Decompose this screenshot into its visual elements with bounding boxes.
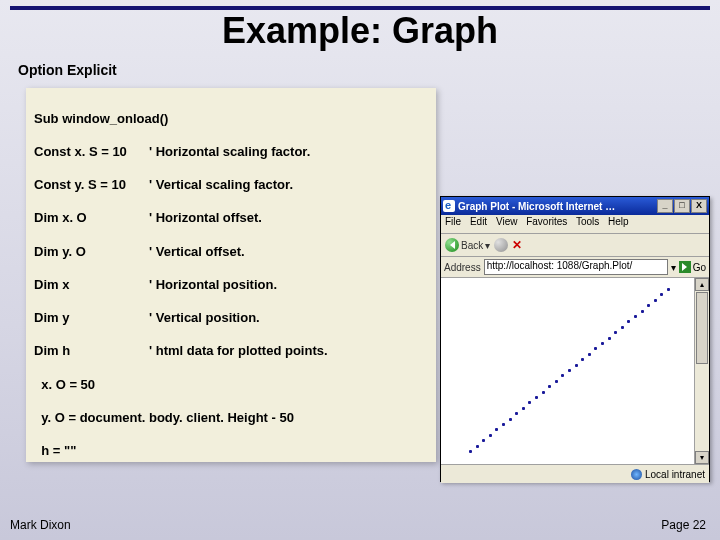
plot-dot	[535, 396, 538, 399]
footer-author: Mark Dixon	[10, 518, 71, 532]
menu-view[interactable]: View	[496, 216, 518, 227]
plot-dot	[660, 293, 663, 296]
plot-dot	[515, 412, 518, 415]
plot-dot	[568, 369, 571, 372]
plot-dot	[641, 310, 644, 313]
plot-dot	[502, 423, 505, 426]
code-line: h = ""	[34, 443, 428, 460]
status-text: Local intranet	[645, 469, 705, 480]
browser-title: Graph Plot - Microsoft Internet …	[458, 201, 615, 212]
code-line: x. O = 50	[34, 377, 428, 394]
plot-dot	[548, 385, 551, 388]
plot-dot	[528, 401, 531, 404]
plot-dot	[489, 434, 492, 437]
menu-help[interactable]: Help	[608, 216, 629, 227]
plot-dot	[555, 380, 558, 383]
browser-statusbar: Local intranet	[441, 465, 709, 483]
go-label: Go	[693, 262, 706, 273]
footer-page: Page 22	[661, 518, 706, 532]
scroll-down-button[interactable]: ▾	[695, 451, 709, 464]
code-line: Dim y. O' Vertical offset.	[34, 244, 428, 261]
plot-dot	[594, 347, 597, 350]
maximize-button[interactable]: □	[674, 199, 690, 213]
plot-dot	[581, 358, 584, 361]
window-controls: _ □ X	[657, 199, 707, 213]
plot-dot	[495, 428, 498, 431]
code-line: y. O = document. body. client. Height - …	[34, 410, 428, 427]
close-button[interactable]: X	[691, 199, 707, 213]
intranet-icon	[631, 469, 642, 480]
plot-dot	[634, 315, 637, 318]
vertical-scrollbar[interactable]: ▴ ▾	[694, 278, 709, 464]
chevron-down-icon[interactable]: ▾	[671, 262, 676, 273]
plot-dot	[476, 445, 479, 448]
back-label: Back	[461, 240, 483, 251]
slide-title: Example: Graph	[0, 10, 720, 52]
go-button[interactable]: Go	[679, 261, 706, 273]
address-input[interactable]: http://localhost: 1088/Graph.Plot/	[484, 259, 668, 275]
menu-favorites[interactable]: Favorites	[526, 216, 567, 227]
plot-dot	[601, 342, 604, 345]
ie-icon	[443, 200, 455, 212]
plot-dot	[542, 391, 545, 394]
scroll-up-button[interactable]: ▴	[695, 278, 709, 291]
plot-dot	[654, 299, 657, 302]
menu-tools[interactable]: Tools	[576, 216, 599, 227]
code-line: Dim h' html data for plotted points.	[34, 343, 428, 360]
plot-dot	[482, 439, 485, 442]
code-line: Sub window_onload()	[34, 111, 428, 128]
code-line: Const y. S = 10' Vertical scaling factor…	[34, 177, 428, 194]
plot-dot	[509, 418, 512, 421]
plot-dot	[469, 450, 472, 453]
code-block: Sub window_onload() Const x. S = 10' Hor…	[26, 88, 436, 462]
plot-dot	[608, 337, 611, 340]
plot-dot	[561, 374, 564, 377]
plot-dot	[575, 364, 578, 367]
minimize-button[interactable]: _	[657, 199, 673, 213]
address-bar: Address http://localhost: 1088/Graph.Plo…	[441, 257, 709, 278]
plot-dot	[588, 353, 591, 356]
code-line: Const x. S = 10' Horizontal scaling fact…	[34, 144, 428, 161]
menu-file[interactable]: File	[445, 216, 461, 227]
plot-dot	[614, 331, 617, 334]
plot-dot	[667, 288, 670, 291]
slide: Example: Graph Option Explicit Sub windo…	[0, 0, 720, 540]
code-line: Dim x' Horizontal position.	[34, 277, 428, 294]
stop-button[interactable]: ✕	[512, 238, 522, 252]
browser-toolbar: Back ▾ ✕	[441, 234, 709, 257]
forward-icon	[494, 238, 508, 252]
option-explicit-label: Option Explicit	[18, 62, 117, 78]
scroll-thumb[interactable]	[696, 292, 708, 364]
plot-dot	[627, 320, 630, 323]
address-label: Address	[444, 262, 481, 273]
arrow-left-icon	[450, 241, 455, 249]
browser-viewport: ▴ ▾	[441, 278, 709, 465]
go-icon	[679, 261, 691, 273]
code-line: Dim x. O' Horizontal offset.	[34, 210, 428, 227]
chevron-down-icon: ▾	[485, 240, 490, 251]
browser-menubar: File Edit View Favorites Tools Help	[441, 215, 709, 234]
plot-dot	[522, 407, 525, 410]
plot-dot	[621, 326, 624, 329]
menu-edit[interactable]: Edit	[470, 216, 487, 227]
code-line: Dim y' Vertical position.	[34, 310, 428, 327]
back-button[interactable]: Back ▾	[445, 238, 490, 252]
browser-window: Graph Plot - Microsoft Internet … _ □ X …	[440, 196, 710, 482]
browser-titlebar: Graph Plot - Microsoft Internet … _ □ X	[441, 197, 709, 215]
plot-dot	[647, 304, 650, 307]
forward-button[interactable]	[494, 238, 508, 252]
